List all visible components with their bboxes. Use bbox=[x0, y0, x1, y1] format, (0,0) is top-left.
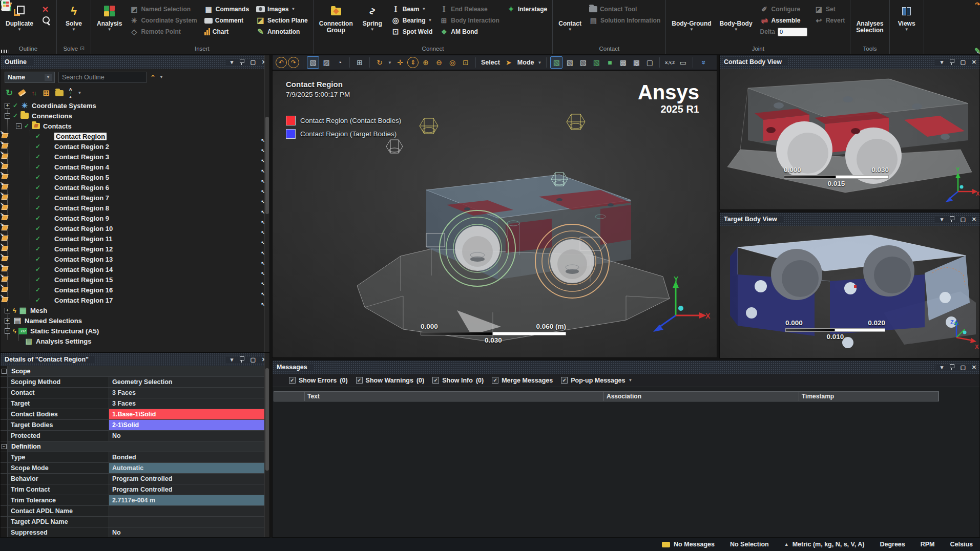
ribbon-button-solve[interactable]: ϟSolve▼ bbox=[61, 1, 87, 32]
zoom-box-icon[interactable]: ⊡ bbox=[460, 56, 472, 69]
face-view-icon[interactable]: ▨ bbox=[320, 56, 332, 69]
ribbon-button-section-plane[interactable]: ◪Section Plane bbox=[255, 15, 309, 26]
contact-body-view-collapse-icon[interactable]: ▾ bbox=[941, 59, 944, 65]
checkbox-icon[interactable]: ✓ bbox=[432, 377, 439, 384]
outline-pin-icon[interactable] bbox=[239, 59, 244, 65]
expand-all-icon[interactable]: ⊞ bbox=[43, 88, 49, 98]
status-item-temperature-units[interactable]: Celsius bbox=[950, 541, 973, 548]
ribbon-button-delete[interactable]: ✕ bbox=[40, 4, 52, 14]
select-faces-icon[interactable]: ▧ bbox=[590, 56, 602, 69]
messages-table-body[interactable] bbox=[274, 405, 978, 536]
extend-selection-icon[interactable]: ▧ bbox=[550, 56, 562, 69]
contact-body-view-pin-icon[interactable] bbox=[949, 59, 954, 65]
target-body-view-close-icon[interactable]: ✕ bbox=[972, 217, 976, 222]
details-group-scope[interactable]: −Scope bbox=[1, 366, 264, 377]
details-scrollbar[interactable] bbox=[264, 353, 269, 537]
prev-view-icon[interactable]: ↶ bbox=[276, 57, 287, 68]
pick-coordinates-icon[interactable]: X,Y,Z bbox=[663, 56, 676, 69]
msg-column-timestamp[interactable]: Timestamp bbox=[799, 392, 939, 401]
ribbon-button-views[interactable]: Views▼ bbox=[894, 1, 920, 32]
tree-expand-icon[interactable]: + bbox=[5, 318, 10, 324]
tree-item-contact-region-4[interactable]: ✓↘↖Contact Region 4 bbox=[1, 162, 264, 172]
viewport-triad[interactable]: Y X bbox=[644, 276, 711, 337]
contact-body-view-close-icon[interactable]: ✕ bbox=[972, 59, 976, 65]
tree-item-contact-region-10[interactable]: ✓↘↖Contact Region 10 bbox=[1, 223, 264, 234]
select-bodies-icon[interactable]: ■ bbox=[603, 56, 616, 69]
sort-updown-icon[interactable]: ↑↓ bbox=[31, 89, 37, 97]
zoom-fit-icon[interactable]: ◎ bbox=[446, 56, 458, 69]
target-body-view-collapse-icon[interactable]: ▾ bbox=[941, 217, 944, 222]
checkbox-icon[interactable]: ✓ bbox=[356, 377, 363, 384]
details-value-contact-apdl-name[interactable] bbox=[109, 506, 264, 516]
ribbon-button-beam[interactable]: IBeam▼ bbox=[390, 4, 433, 14]
ribbon-button-analyses-selection[interactable]: ✎Analyses Selection bbox=[854, 1, 885, 34]
target-body-view-pin-icon[interactable] bbox=[949, 216, 954, 222]
ribbon-button-images[interactable]: Images▼ bbox=[255, 4, 309, 14]
tree-item-static-structural-a5[interactable]: −ϟ777Static Structural (A5) bbox=[1, 326, 264, 336]
outline-maximize-icon[interactable]: ▢ bbox=[250, 59, 255, 65]
status-item-units[interactable]: ▲Metric (m, kg, N, s, V, A) bbox=[784, 541, 865, 548]
select-edges-icon[interactable]: ▧ bbox=[577, 56, 589, 69]
ribbon-button-contact[interactable]: ↘↖Contact▼ bbox=[557, 1, 583, 32]
tree-item-contact-region-2[interactable]: ✓↘↖Contact Region 2 bbox=[1, 141, 264, 152]
details-value-suppressed[interactable]: No bbox=[109, 527, 264, 537]
status-item-angle-units[interactable]: Degrees bbox=[880, 541, 905, 548]
tree-expand-icon[interactable]: + bbox=[5, 308, 10, 313]
msg-filter-merge-messages[interactable]: ✓Merge Messages bbox=[492, 377, 553, 384]
checkbox-icon[interactable]: ✓ bbox=[492, 377, 498, 384]
contact-body-viewport[interactable]: Y X 0.0000.030 0.015 bbox=[720, 69, 979, 209]
refresh-icon[interactable]: ↻ bbox=[6, 88, 13, 98]
tree-item-contacts[interactable]: −✓Contacts bbox=[1, 121, 264, 131]
ribbon-button-commands[interactable]: ▤Commands bbox=[203, 4, 250, 14]
details-group-definition[interactable]: −Definition bbox=[1, 441, 264, 452]
details-value-target-apdl-name[interactable] bbox=[109, 517, 264, 527]
details-pin-icon[interactable] bbox=[239, 356, 244, 363]
details-value-scope-mode[interactable]: Automatic bbox=[109, 463, 264, 473]
details-value-contact[interactable]: 3 Faces bbox=[109, 388, 264, 398]
copy-screenshot-icon[interactable]: ⊞ bbox=[353, 56, 366, 69]
target-body-view-maximize-icon[interactable]: ▢ bbox=[960, 217, 965, 222]
msg-filter-pop-up-messages[interactable]: ✓Pop-up Messages▼ bbox=[561, 377, 632, 384]
delta-input[interactable] bbox=[778, 28, 807, 36]
details-value-scoping-method[interactable]: Geometry Selection bbox=[109, 377, 264, 387]
ribbon-button-analysis[interactable]: Analysis▼ bbox=[95, 1, 123, 32]
messages-maximize-icon[interactable]: ▢ bbox=[960, 365, 965, 370]
eraser-icon[interactable] bbox=[18, 89, 27, 97]
details-value-behavior[interactable]: Program Controlled bbox=[109, 474, 264, 484]
msg-column-text[interactable]: Text bbox=[305, 392, 604, 401]
show-hidden-icon[interactable] bbox=[55, 90, 64, 96]
messages-close-icon[interactable]: ✕ bbox=[972, 365, 976, 370]
msg-filter-show-errors[interactable]: ✓Show Errors(0) bbox=[289, 377, 348, 384]
main-viewport[interactable]: Contact Region 7/9/2025 5:00:17 PM Conta… bbox=[272, 70, 717, 358]
orbit-icon[interactable]: ↻ bbox=[373, 56, 386, 69]
tree-item-contact-region-12[interactable]: ✓↘↖Contact Region 12 bbox=[1, 244, 264, 254]
ribbon-button-comment[interactable]: Comment bbox=[203, 15, 250, 26]
tree-item-connections[interactable]: −✓Connections bbox=[1, 111, 264, 121]
details-value-trim-tolerance[interactable]: 2.7117e-004 m bbox=[109, 495, 264, 505]
status-item-rotation-units[interactable]: RPM bbox=[921, 541, 935, 548]
details-value-protected[interactable]: No bbox=[109, 431, 264, 441]
iso-view-icon[interactable]: ▧ bbox=[307, 56, 319, 69]
zoom-in-icon[interactable]: ⊕ bbox=[420, 56, 432, 69]
ribbon-button-spring[interactable]: ∿Spring▼ bbox=[360, 1, 385, 32]
search-prev-icon[interactable]: ⌃ bbox=[150, 74, 156, 81]
ribbon-button-search[interactable] bbox=[40, 15, 52, 26]
outline-collapse-icon[interactable]: ▾ bbox=[231, 59, 234, 65]
tree-item-contact-region-11[interactable]: ✓↘↖Contact Region 11 bbox=[1, 234, 264, 244]
messages-collapse-icon[interactable]: ▾ bbox=[941, 365, 944, 370]
select-cursor-icon[interactable]: ➤ bbox=[503, 56, 515, 69]
tree-item-contact-region-13[interactable]: ✓↘↖Contact Region 13 bbox=[1, 254, 264, 264]
zoom-out-icon[interactable]: ⊖ bbox=[433, 56, 445, 69]
tree-item-contact-region-15[interactable]: ✓↘↖Contact Region 15 bbox=[1, 274, 264, 285]
tree-item-analysis-settings[interactable]: ▤Analysis Settings bbox=[1, 336, 264, 346]
tree-item-contact-region-14[interactable]: ✓↘↖Contact Region 14 bbox=[1, 264, 264, 274]
search-more-icon[interactable]: ▼ bbox=[159, 75, 163, 79]
tree-item-contact-region-7[interactable]: ✓↘↖Contact Region 7 bbox=[1, 193, 264, 203]
sort-az-icon[interactable]: A↓z bbox=[69, 88, 72, 98]
zoom-dynamic-icon[interactable]: ⇕ bbox=[407, 57, 419, 68]
contact-body-view-maximize-icon[interactable]: ▢ bbox=[960, 59, 965, 65]
next-view-icon[interactable]: ↷ bbox=[288, 57, 299, 68]
ribbon-button-annotation[interactable]: ✎Annotation bbox=[255, 27, 309, 37]
ribbon-button-body-ground[interactable]: ↷Body-Ground▼ bbox=[670, 1, 713, 32]
ribbon-button-spot-weld[interactable]: ⊡Spot Weld bbox=[390, 27, 433, 37]
